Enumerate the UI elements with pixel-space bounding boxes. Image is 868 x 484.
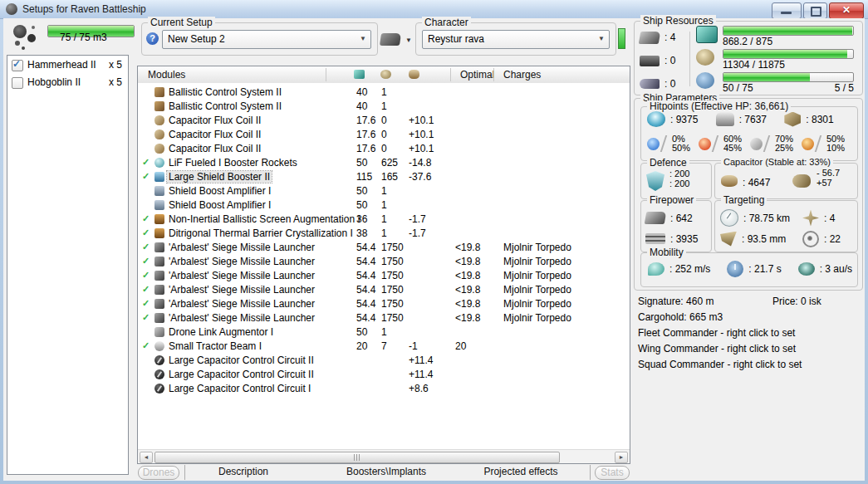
module-row[interactable]: ✓ Large Shield Booster II 115 165 -37.6 (138, 170, 630, 184)
resist-group: 70% 25% (750, 134, 802, 153)
capacitor-column-icon[interactable] (409, 70, 419, 79)
help-icon[interactable]: ? (146, 32, 159, 45)
module-row[interactable]: ✓ Non-Inertial Ballistic Screen Augmenta… (138, 213, 630, 227)
horizontal-scrollbar[interactable]: ◄ ► (138, 449, 630, 463)
capacitor-icon (721, 175, 738, 187)
bottom-tab[interactable]: Boosters\Implants (332, 466, 440, 478)
damage-type-icon (802, 138, 814, 150)
module-powergrid: 1 (381, 326, 387, 338)
optimal-column-header[interactable]: Optimal (460, 69, 494, 81)
module-row[interactable]: Shield Boost Amplifier I 50 1 (138, 198, 630, 213)
module-cpu: 40 (356, 100, 367, 112)
wing-commander-text[interactable]: Wing Commander - right click to set (638, 343, 796, 354)
hardpoint-icon (640, 79, 660, 89)
module-charge: Mjolnir Torpedo (503, 242, 571, 253)
module-row[interactable]: Capacitor Flux Coil II 17.6 0 +10.1 (138, 114, 630, 128)
close-button[interactable]: ✕ (829, 2, 864, 19)
scroll-left-button[interactable]: ◄ (140, 452, 153, 463)
squad-commander-text[interactable]: Squad Commander - right click to set (638, 359, 802, 370)
module-row[interactable]: ✓ 'Arbalest' Siege Missile Launcher 54.4… (138, 297, 630, 311)
defence-shield-icon (646, 171, 664, 191)
module-optimal: <19.8 (455, 284, 480, 296)
module-row[interactable]: ✓ 'Arbalest' Siege Missile Launcher 54.4… (138, 241, 630, 255)
firepower-icon (645, 233, 665, 244)
module-row[interactable]: Drone Link Augmentor I 50 1 (138, 325, 630, 340)
targeting-value: : 93.5 mm (742, 233, 786, 245)
setup-tools-dropdown-icon[interactable]: ▼ (405, 37, 412, 44)
module-row[interactable]: ✓ Ditrigonal Thermal Barrier Crystalliza… (138, 227, 630, 241)
module-row[interactable]: Capacitor Flux Coil II 17.6 0 +10.1 (138, 128, 630, 142)
powergrid-column-icon[interactable] (380, 70, 391, 79)
module-row[interactable]: ✓ 'Arbalest' Siege Missile Launcher 54.4… (138, 283, 630, 297)
module-cpu: 17.6 (356, 115, 375, 126)
drone-bay-capacity: 75 / 75 m3 (60, 32, 107, 43)
module-row[interactable]: Ballistic Control System II 40 1 (138, 100, 630, 114)
module-row[interactable]: ✓ LiF Fueled I Booster Rockets 50 625 -1… (138, 156, 630, 170)
module-name: 'Arbalest' Siege Missile Launcher (169, 256, 315, 267)
module-row[interactable]: Large Capacitor Control Circuit II +11.4 (138, 368, 630, 382)
module-cap-effect: -1.7 (409, 213, 426, 225)
module-name: Large Capacitor Control Circuit II (169, 369, 314, 380)
tab-divider (184, 465, 185, 480)
capacitor-recharge-icon (792, 174, 811, 188)
module-icon (154, 327, 164, 337)
module-powergrid: 1 (381, 100, 387, 112)
module-row[interactable]: ✓ 'Arbalest' Siege Missile Launcher 54.4… (138, 311, 630, 325)
modules-column-header[interactable]: Modules (148, 69, 185, 81)
bottom-tab[interactable]: Description (198, 466, 289, 478)
maximize-button[interactable] (803, 2, 827, 19)
module-name: Ballistic Control System II (169, 86, 282, 98)
drone-checkbox[interactable]: ✓ (12, 77, 23, 89)
module-cap-effect: -1 (409, 340, 418, 352)
targeting-icon (802, 231, 819, 247)
module-row[interactable]: Shield Boost Amplifier I 50 1 (138, 184, 630, 198)
module-cap-effect: +11.4 (409, 369, 433, 380)
module-row[interactable]: ✓ Small Tractor Beam I 20 7 -1 20 (138, 340, 630, 354)
module-row[interactable]: ✓ 'Arbalest' Siege Missile Launcher 54.4… (138, 269, 630, 283)
module-row[interactable]: Ballistic Control System II 40 1 (138, 86, 630, 100)
setup-tools-button[interactable] (380, 33, 401, 46)
firepower-value: : 642 (670, 213, 693, 224)
resource-value: 50 / 75 (723, 82, 753, 94)
drone-list-item[interactable]: ✓ Hammerhead II x 5 (7, 58, 128, 73)
scrollbar-thumb[interactable] (154, 452, 560, 463)
module-optimal: <19.8 (455, 270, 480, 281)
character-select[interactable]: Reystur rava ▼ (422, 30, 610, 49)
drone-quantity: x 5 (109, 59, 122, 71)
charges-column-header[interactable]: Charges (503, 69, 541, 81)
hitpoint-icon (784, 112, 801, 127)
bottom-tab[interactable]: Stats (595, 466, 630, 480)
character-skill-indicator (618, 28, 625, 49)
module-icon (154, 87, 164, 97)
cargohold-text: Cargohold: 665 m3 (638, 311, 723, 323)
setup-select-value: New Setup 2 (168, 33, 225, 45)
bottom-tab[interactable]: Projected effects (472, 466, 570, 478)
drone-list-item[interactable]: ✓ Hobgoblin II x 5 (7, 76, 128, 90)
module-name: 'Arbalest' Siege Missile Launcher (169, 312, 315, 324)
module-charge: Mjolnir Torpedo (503, 270, 571, 281)
setup-select[interactable]: New Setup 2 ▼ (162, 30, 371, 49)
fleet-commander-text[interactable]: Fleet Commander - right click to set (638, 327, 795, 339)
resource-bar (723, 72, 854, 82)
bottom-tab[interactable]: Drones (138, 466, 179, 480)
modules-header[interactable]: Modules Optimal Charges (138, 66, 630, 84)
resource-bar-fill (723, 27, 852, 35)
drone-checkbox[interactable]: ✓ (12, 60, 23, 71)
module-name: 'Arbalest' Siege Missile Launcher (169, 270, 315, 281)
resource-bar-fill (723, 50, 847, 58)
module-row[interactable]: Capacitor Flux Coil II 17.6 0 +10.1 (138, 142, 630, 156)
module-powergrid: 1 (381, 227, 387, 239)
drone-list[interactable]: ✓ Hammerhead II x 5 ✓ Hobgoblin II x 5 (7, 55, 129, 475)
module-name: Large Capacitor Control Circuit I (169, 383, 311, 394)
capacitor-drain: - 56.7 (817, 168, 840, 178)
module-row[interactable]: ✓ 'Arbalest' Siege Missile Launcher 54.4… (138, 255, 630, 269)
module-row[interactable]: Large Capacitor Control Circuit I +8.6 (138, 382, 630, 396)
hitpoints-title: Hitpoints (Effective HP: 36,661) (647, 100, 791, 112)
minimize-button[interactable] (772, 2, 802, 19)
module-name: Drone Link Augmentor I (169, 326, 273, 338)
scroll-right-button[interactable]: ► (615, 452, 628, 463)
module-row[interactable]: Large Capacitor Control Circuit II +11.4 (138, 354, 630, 368)
cpu-column-icon[interactable] (354, 70, 365, 79)
hardpoint-slot-row: : 0 (640, 49, 688, 72)
active-check-icon: ✓ (142, 157, 152, 168)
